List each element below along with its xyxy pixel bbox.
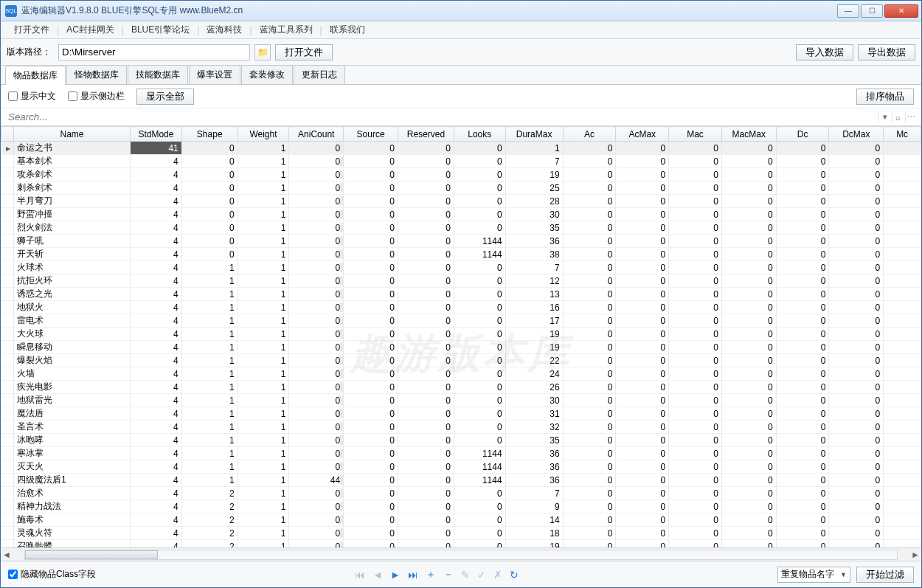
- cell[interactable]: 0: [289, 288, 344, 301]
- cell[interactable]: 0: [776, 235, 829, 248]
- cell[interactable]: 4: [131, 288, 182, 301]
- cell[interactable]: 0: [616, 142, 669, 155]
- cell[interactable]: [884, 421, 921, 434]
- cell[interactable]: 0: [616, 195, 669, 208]
- cell[interactable]: [884, 328, 921, 341]
- table-row[interactable]: 地狱火411000016000000: [1, 301, 921, 314]
- table-row[interactable]: 雷电术411000017000000: [1, 314, 921, 328]
- cell[interactable]: 4: [131, 301, 182, 314]
- cell[interactable]: 4: [131, 487, 182, 500]
- cell[interactable]: 0: [616, 328, 669, 341]
- cell[interactable]: 0: [776, 288, 829, 301]
- cell[interactable]: 0: [721, 288, 776, 301]
- cell[interactable]: 0: [616, 168, 669, 181]
- cell[interactable]: 0: [829, 487, 884, 500]
- cell[interactable]: 0: [721, 208, 776, 221]
- nav-cancel-icon[interactable]: ✗: [493, 569, 502, 581]
- cell[interactable]: 0: [398, 341, 454, 354]
- cell[interactable]: 冰咆哮: [13, 434, 130, 447]
- nav-prev-icon[interactable]: ◄: [372, 569, 383, 581]
- cell[interactable]: 4: [131, 460, 182, 474]
- cell[interactable]: [884, 460, 921, 474]
- cell[interactable]: 0: [721, 341, 776, 354]
- cell[interactable]: 地狱火: [13, 301, 130, 314]
- cell[interactable]: 0: [454, 367, 505, 381]
- show-all-button[interactable]: 显示全部: [136, 89, 194, 105]
- cell[interactable]: [884, 195, 921, 208]
- cell[interactable]: [884, 394, 921, 407]
- column-header[interactable]: Looks: [454, 127, 505, 142]
- cell[interactable]: 0: [669, 394, 722, 407]
- table-row[interactable]: 召唤骷髅421000019000000: [1, 540, 921, 548]
- cell[interactable]: 0: [616, 235, 669, 248]
- cell[interactable]: 0: [289, 381, 344, 394]
- cell[interactable]: 0: [398, 221, 454, 235]
- cell[interactable]: 0: [454, 394, 505, 407]
- horizontal-scrollbar[interactable]: ◄ ►: [1, 547, 921, 561]
- scroll-right-icon[interactable]: ►: [909, 550, 921, 560]
- cell[interactable]: 0: [344, 394, 398, 407]
- cell[interactable]: 18: [505, 527, 563, 540]
- cell[interactable]: 0: [669, 460, 722, 474]
- import-data-button[interactable]: 导入数据: [796, 44, 853, 60]
- cell[interactable]: 0: [616, 248, 669, 261]
- nav-first-icon[interactable]: ⏮: [355, 569, 365, 581]
- cell[interactable]: 0: [289, 354, 344, 367]
- cell[interactable]: 0: [289, 221, 344, 235]
- cell[interactable]: 0: [563, 354, 616, 367]
- cell[interactable]: 0: [398, 235, 454, 248]
- cell[interactable]: 0: [398, 248, 454, 261]
- cell[interactable]: 0: [616, 487, 669, 500]
- cell[interactable]: 0: [829, 474, 884, 487]
- cell[interactable]: 0: [829, 235, 884, 248]
- table-row[interactable]: 灭天火411000114436000000: [1, 460, 921, 474]
- cell[interactable]: 0: [616, 288, 669, 301]
- cell[interactable]: 1144: [454, 235, 505, 248]
- cell[interactable]: 0: [721, 248, 776, 261]
- cell[interactable]: 0: [181, 235, 238, 248]
- tab-4[interactable]: 套装修改: [241, 65, 293, 84]
- cell[interactable]: 0: [829, 261, 884, 274]
- cell[interactable]: 0: [289, 155, 344, 168]
- cell[interactable]: 0: [398, 288, 454, 301]
- cell[interactable]: 16: [505, 301, 563, 314]
- cell[interactable]: 0: [398, 328, 454, 341]
- cell[interactable]: 0: [398, 168, 454, 181]
- cell[interactable]: [884, 221, 921, 235]
- search-input[interactable]: [5, 111, 877, 124]
- cell[interactable]: 0: [563, 155, 616, 168]
- cell[interactable]: 1: [181, 434, 238, 447]
- cell[interactable]: 0: [776, 142, 829, 155]
- cell[interactable]: 0: [398, 487, 454, 500]
- cell[interactable]: 36: [505, 447, 563, 460]
- cell[interactable]: 0: [181, 142, 238, 155]
- cell[interactable]: 灭天火: [13, 460, 130, 474]
- cell[interactable]: 0: [398, 540, 454, 548]
- table-row[interactable]: 四级魔法盾14114400114436000000: [1, 474, 921, 487]
- cell[interactable]: 1: [181, 447, 238, 460]
- cell[interactable]: 0: [398, 394, 454, 407]
- cell[interactable]: 0: [776, 460, 829, 474]
- tab-3[interactable]: 爆率设置: [189, 65, 240, 84]
- cell[interactable]: 1: [238, 381, 289, 394]
- cell[interactable]: 0: [289, 527, 344, 540]
- cell[interactable]: 瞬息移动: [13, 341, 130, 354]
- cell[interactable]: 0: [776, 301, 829, 314]
- cell[interactable]: [884, 434, 921, 447]
- cell[interactable]: 1: [238, 142, 289, 155]
- cell[interactable]: 0: [563, 394, 616, 407]
- cell[interactable]: 0: [454, 527, 505, 540]
- cell[interactable]: 0: [776, 434, 829, 447]
- cell[interactable]: [884, 487, 921, 500]
- cell[interactable]: 1: [181, 421, 238, 434]
- close-button[interactable]: ✕: [884, 4, 918, 18]
- cell[interactable]: 0: [721, 301, 776, 314]
- table-row[interactable]: 烈火剑法401000035000000: [1, 221, 921, 235]
- cell[interactable]: [884, 248, 921, 261]
- cell[interactable]: 28: [505, 195, 563, 208]
- cell[interactable]: 攻杀剑术: [13, 168, 130, 181]
- cell[interactable]: 0: [181, 248, 238, 261]
- cell[interactable]: 0: [669, 274, 722, 288]
- cell[interactable]: 0: [563, 301, 616, 314]
- cell[interactable]: 4: [131, 407, 182, 421]
